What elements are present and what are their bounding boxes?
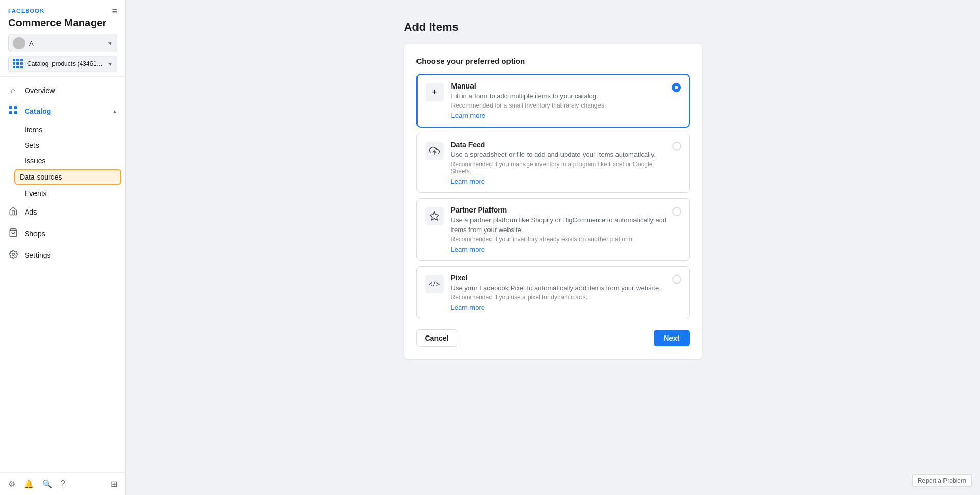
svg-rect-0 — [9, 106, 12, 109]
manual-learn-more[interactable]: Learn more — [451, 112, 485, 119]
sidebar: FACEBOOK ≡ Commerce Manager A ▼ Catalog_… — [0, 0, 126, 495]
sidebar-item-data-sources[interactable]: Data sources — [14, 169, 121, 185]
sidebar-item-issues[interactable]: Issues — [25, 153, 125, 168]
pixel-desc: Use your Facebook Pixel to automatically… — [451, 284, 667, 293]
catalog-grid-icon — [13, 59, 23, 69]
pixel-radio[interactable] — [672, 275, 681, 284]
sidebar-nav: ⌂ Overview Catalog ▲ Items Sets Issues D… — [0, 77, 125, 472]
catalog-selector[interactable]: Catalog_products (43461994... ▼ — [8, 56, 117, 72]
partner-platform-radio[interactable] — [672, 207, 681, 216]
help-icon[interactable]: ? — [61, 479, 65, 489]
partner-platform-desc: Use a partner platform like Shopify or B… — [451, 216, 667, 234]
catalog-nav-label: Catalog — [25, 107, 106, 115]
sidebar-footer: ⚙ 🔔 🔍 ? ⊞ — [0, 472, 125, 495]
catalog-chevron-icon: ▼ — [107, 61, 113, 67]
main-content: Add Items Choose your preferred option +… — [126, 0, 980, 495]
partner-platform-title: Partner Platform — [451, 206, 667, 214]
option-data-feed[interactable]: Data Feed Use a spreadsheet or file to a… — [416, 133, 690, 193]
expand-icon[interactable]: ⊞ — [111, 479, 117, 489]
account-selector[interactable]: A ▼ — [8, 34, 117, 52]
manual-radio[interactable] — [672, 83, 681, 92]
catalog-chevron: ▲ — [112, 109, 117, 114]
catalog-name: Catalog_products (43461994... — [27, 60, 103, 67]
choose-label: Choose your preferred option — [416, 57, 690, 65]
options-card: Choose your preferred option + Manual Fi… — [404, 44, 702, 359]
page-title: Add Items — [394, 21, 713, 34]
notifications-icon[interactable]: 🔔 — [24, 479, 34, 489]
sidebar-item-catalog[interactable]: Catalog ▲ — [0, 100, 125, 122]
data-feed-icon — [425, 142, 444, 160]
svg-rect-2 — [9, 111, 12, 114]
next-button[interactable]: Next — [654, 330, 689, 346]
option-manual[interactable]: + Manual Fill in a form to add multiple … — [416, 74, 690, 128]
pixel-rec: Recommended if you use a pixel for dynam… — [451, 294, 667, 301]
shops-label: Shops — [25, 229, 117, 238]
pixel-code-icon: </> — [429, 280, 440, 288]
manual-content: Manual Fill in a form to add multiple it… — [451, 82, 666, 119]
pixel-title: Pixel — [451, 274, 667, 282]
sidebar-item-shops[interactable]: Shops — [0, 223, 125, 244]
sidebar-item-settings[interactable]: Settings — [0, 244, 125, 266]
option-partner-platform[interactable]: Partner Platform Use a partner platform … — [416, 198, 690, 260]
partner-platform-rec: Recommended if your inventory already ex… — [451, 236, 667, 243]
pixel-learn-more[interactable]: Learn more — [451, 304, 485, 311]
pixel-icon: </> — [425, 275, 444, 293]
sidebar-item-events[interactable]: Events — [25, 186, 125, 201]
settings-icon — [8, 250, 19, 261]
commerce-manager-title: Commerce Manager — [8, 17, 117, 29]
manual-icon: + — [426, 83, 444, 101]
settings-label: Settings — [25, 251, 117, 259]
catalog-icon — [8, 105, 19, 117]
pixel-content: Pixel Use your Facebook Pixel to automat… — [451, 274, 667, 311]
partner-platform-content: Partner Platform Use a partner platform … — [451, 206, 667, 253]
data-feed-rec: Recommended if you manage inventory in a… — [451, 161, 667, 175]
svg-point-5 — [12, 253, 15, 256]
data-feed-title: Data Feed — [451, 140, 667, 149]
add-items-container: Add Items Choose your preferred option +… — [394, 21, 713, 359]
svg-marker-7 — [430, 212, 439, 220]
option-pixel[interactable]: </> Pixel Use your Facebook Pixel to aut… — [416, 266, 690, 319]
manual-radio-circle — [672, 83, 681, 92]
report-problem-button[interactable]: Report a Problem — [912, 474, 972, 487]
manual-desc: Fill in a form to add multiple items to … — [451, 92, 666, 101]
svg-rect-1 — [14, 106, 17, 109]
account-name: A — [29, 40, 103, 47]
catalog-sub-nav: Items Sets Issues Data sources ◀ Events — [0, 122, 125, 201]
overview-icon: ⌂ — [8, 86, 19, 95]
manual-title: Manual — [451, 82, 666, 90]
sidebar-item-items[interactable]: Items — [25, 122, 125, 137]
svg-rect-3 — [14, 111, 17, 114]
data-feed-desc: Use a spreadsheet or file to add and upd… — [451, 150, 667, 160]
partner-platform-icon — [425, 207, 444, 225]
chevron-down-icon: ▼ — [107, 41, 113, 46]
sidebar-item-sets[interactable]: Sets — [25, 137, 125, 153]
pixel-radio-circle — [672, 275, 681, 284]
settings-footer-icon[interactable]: ⚙ — [8, 479, 15, 489]
sidebar-top: FACEBOOK ≡ Commerce Manager A ▼ Catalog_… — [0, 0, 125, 77]
card-footer: Cancel Next — [416, 329, 690, 347]
sidebar-item-label: Overview — [25, 86, 117, 95]
facebook-label: FACEBOOK — [8, 8, 44, 14]
avatar — [13, 37, 25, 49]
manual-rec: Recommended for a small inventory that r… — [451, 102, 666, 109]
ads-label: Ads — [25, 208, 117, 216]
ads-icon — [8, 206, 19, 218]
search-icon[interactable]: 🔍 — [42, 479, 52, 489]
data-feed-learn-more[interactable]: Learn more — [451, 178, 485, 185]
partner-platform-radio-circle — [672, 207, 681, 216]
data-feed-radio[interactable] — [672, 142, 681, 151]
sidebar-item-ads[interactable]: Ads — [0, 201, 125, 223]
hamburger-icon[interactable]: ≡ — [112, 6, 117, 17]
data-feed-radio-circle — [672, 142, 681, 151]
sidebar-item-overview[interactable]: ⌂ Overview — [0, 81, 125, 100]
partner-platform-learn-more[interactable]: Learn more — [451, 245, 485, 253]
shops-icon — [8, 228, 19, 239]
cancel-button[interactable]: Cancel — [416, 329, 458, 347]
data-feed-content: Data Feed Use a spreadsheet or file to a… — [451, 140, 667, 185]
